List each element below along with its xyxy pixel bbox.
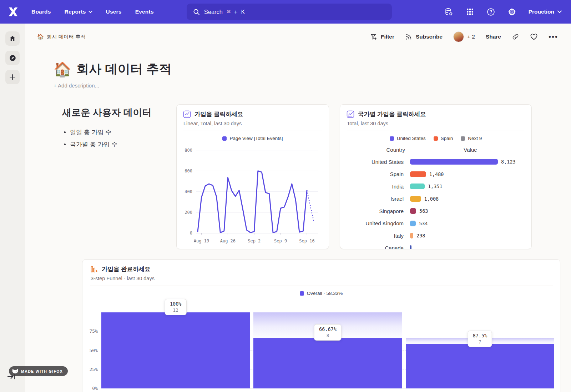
card-title: 가입을 클릭하세요	[194, 110, 243, 118]
country-bar[interactable]	[410, 245, 411, 249]
country-row: Israel1,008	[340, 193, 531, 205]
country-bar[interactable]	[410, 184, 425, 189]
nav-item-users[interactable]: Users	[106, 9, 122, 15]
country-bar[interactable]	[410, 159, 498, 165]
home-button[interactable]	[5, 31, 20, 46]
bullet-item: 일일 총 가입 수	[70, 128, 171, 136]
country-value: 1,480	[429, 171, 444, 177]
line-chart-card[interactable]: 가입을 클릭하세요 Linear, Total, last 30 days Pa…	[176, 104, 329, 249]
card-title: 가입을 완료하세요	[102, 265, 151, 273]
board-page: 🏠 회사 데이터 추적 Filter Subscribe + 2 Share	[25, 24, 571, 392]
funnel-tooltip: 66.67%8	[314, 324, 342, 341]
explore-button[interactable]	[5, 51, 20, 65]
funnel-chart-icon	[90, 265, 98, 273]
more-options-button[interactable]: •••	[549, 35, 558, 39]
board-title-emoji: 🏠	[54, 62, 71, 76]
funnel-bar[interactable]	[406, 344, 554, 388]
legend-item[interactable]: Spain	[434, 136, 453, 141]
legend-item[interactable]: Page View [Total Events]	[222, 136, 283, 141]
country-value: 1,008	[424, 196, 439, 202]
help-icon[interactable]	[486, 7, 496, 16]
copy-link-button[interactable]	[512, 33, 519, 40]
country-row: Italy298	[340, 230, 531, 242]
funnel-y-label: 50%	[84, 348, 98, 353]
text-card-heading: 새로운 사용자 데이터	[62, 106, 171, 119]
nav-item-reports[interactable]: Reports	[65, 9, 92, 15]
svg-text:Sep 2: Sep 2	[248, 238, 261, 243]
text-card: 새로운 사용자 데이터 일일 총 가입 수국가별 총 가입 수	[54, 104, 171, 249]
legend-swatch	[390, 136, 394, 141]
svg-text:600: 600	[185, 169, 192, 174]
funnel-card[interactable]: 가입을 완료하세요 3-step Funnel · last 30 days O…	[82, 259, 560, 392]
funnel-y-label: 75%	[84, 328, 98, 334]
compass-icon	[9, 54, 16, 62]
project-switcher[interactable]: Prouction	[529, 9, 562, 15]
funnel-y-label: 0%	[84, 386, 98, 391]
svg-text:400: 400	[185, 189, 192, 194]
country-row: Canada	[340, 242, 531, 250]
search-input[interactable]: Search ⌘ + K	[187, 4, 392, 20]
search-label: Search	[204, 9, 223, 15]
line-legend: Page View [Total Events]	[177, 136, 329, 141]
country-row: India1,351	[340, 180, 531, 193]
country-label: Israel	[340, 196, 410, 202]
board-toolbar: 🏠 회사 데이터 추적 Filter Subscribe + 2 Share	[25, 24, 571, 50]
country-bar[interactable]	[410, 233, 413, 238]
country-bar-card[interactable]: 국가별 가입을 클릭하세요 Total, last 30 days United…	[340, 104, 532, 249]
collaborator-count: + 2	[467, 34, 475, 40]
country-legend: United StatesSpainNext 9	[340, 136, 531, 141]
text-card-bullets: 일일 총 가입 수국가별 총 가입 수	[70, 128, 171, 149]
card-subtitle: Total, last 30 days	[347, 121, 524, 126]
mixpanel-logo[interactable]	[5, 4, 21, 20]
favorite-button[interactable]	[530, 33, 538, 40]
search-shortcut: ⌘ + K	[227, 9, 245, 15]
country-value: 534	[419, 221, 428, 226]
funnel-legend: Overall · 58.33%	[82, 291, 560, 296]
collaborators[interactable]: + 2	[453, 31, 475, 42]
filter-button[interactable]: Filter	[370, 33, 394, 40]
line-chart-canvas[interactable]: 0200400600800Aug 19Aug 26Sep 2Sep 9Sep 1…	[177, 142, 329, 246]
avatar	[453, 31, 464, 42]
breadcrumb[interactable]: 🏠 회사 데이터 추적	[37, 34, 86, 40]
nav-item-boards[interactable]: Boards	[31, 9, 51, 15]
line-chart-icon	[347, 110, 354, 118]
add-description-field[interactable]: + Add description...	[54, 82, 571, 89]
create-board-button[interactable]	[5, 70, 20, 84]
country-value: 298	[416, 233, 425, 238]
nav-menu: Boards Reports Users Events	[31, 9, 154, 15]
funnel-step-2: 66.67%8	[253, 300, 402, 388]
country-bar[interactable]	[410, 221, 416, 226]
page-title: 회사 데이터 추적	[76, 61, 172, 77]
country-bar[interactable]	[410, 208, 416, 214]
svg-text:Sep 9: Sep 9	[274, 238, 287, 243]
funnel-tooltip: 87.5%7	[468, 331, 492, 347]
nav-right-cluster: Prouction	[444, 7, 562, 16]
funnel-bar[interactable]	[101, 312, 250, 388]
data-management-icon[interactable]	[444, 7, 454, 16]
svg-text:800: 800	[185, 148, 192, 153]
funnel-step-3: 87.5%7	[406, 300, 554, 388]
fox-icon	[12, 368, 18, 374]
country-rows: United States8,123Spain1,480India1,351Is…	[340, 156, 531, 249]
country-bar[interactable]	[410, 171, 426, 177]
country-row: United Kingdom534	[340, 217, 531, 230]
subscribe-button[interactable]: Subscribe	[405, 33, 443, 40]
funnel-plot: 0%25%50%75%100%1266.67%887.5%7	[101, 300, 554, 388]
nav-item-events[interactable]: Events	[135, 9, 154, 15]
link-icon	[512, 33, 519, 40]
plus-icon	[9, 74, 16, 81]
settings-gear-icon[interactable]	[507, 7, 517, 16]
legend-item[interactable]: Next 9	[461, 136, 482, 141]
country-row: Singapore563	[340, 205, 531, 217]
chevron-down-icon	[89, 11, 92, 13]
legend-item[interactable]: United States	[390, 136, 426, 141]
country-bar[interactable]	[410, 196, 421, 202]
country-value: 1,351	[428, 184, 443, 189]
legend-item[interactable]: Overall · 58.33%	[300, 291, 343, 296]
country-label: Spain	[340, 171, 410, 177]
apps-grid-icon[interactable]	[465, 7, 475, 16]
share-button[interactable]: Share	[486, 34, 501, 40]
funnel-bar[interactable]	[253, 338, 402, 388]
card-subtitle: 3-step Funnel · last 30 days	[90, 276, 553, 281]
country-label: Canada	[340, 245, 410, 249]
